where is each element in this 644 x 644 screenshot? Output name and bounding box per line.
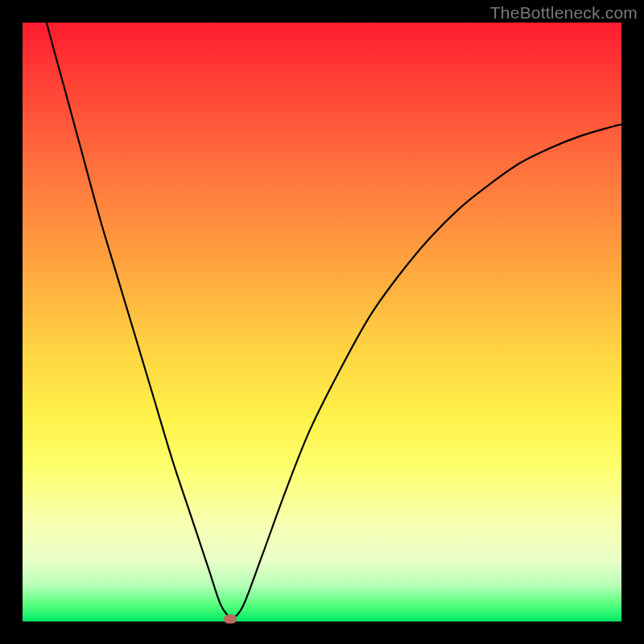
optimal-point-marker <box>224 615 237 624</box>
chart-frame: TheBottleneck.com <box>0 0 644 644</box>
watermark-text: TheBottleneck.com <box>490 3 638 23</box>
bottleneck-curve <box>23 23 621 621</box>
